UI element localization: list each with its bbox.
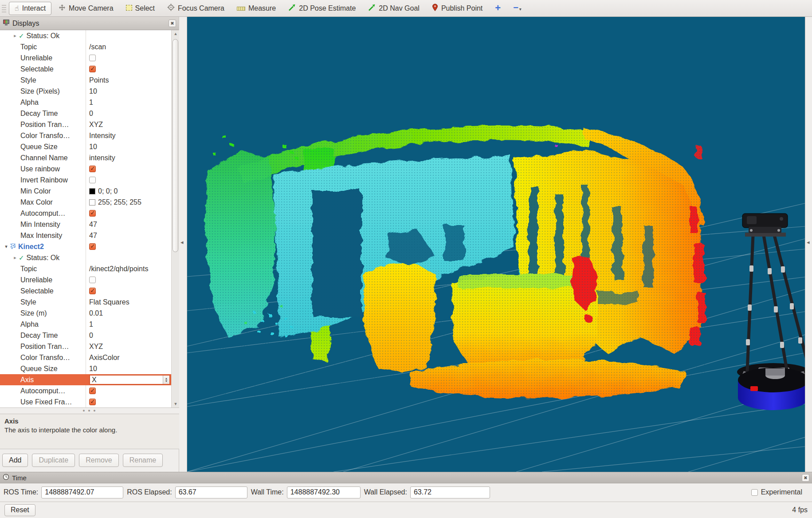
prop-value-cell[interactable]: 1 xyxy=(86,319,171,330)
checkbox-checked[interactable] xyxy=(89,288,96,294)
prop-value-cell[interactable]: Points xyxy=(86,75,171,86)
prop-row-queue-size[interactable]: Queue Size10 xyxy=(0,141,171,152)
checkbox-unchecked[interactable] xyxy=(89,177,96,183)
add-button[interactable]: Add xyxy=(2,454,28,467)
prop-row-alpha[interactable]: Alpha1 xyxy=(0,97,171,108)
prop-value-cell[interactable] xyxy=(86,163,171,174)
prop-row-min-color[interactable]: Min Color0; 0; 0 xyxy=(0,186,171,197)
reset-button[interactable]: Reset xyxy=(4,504,35,516)
prop-value-cell[interactable] xyxy=(86,385,171,396)
prop-row-selectable[interactable]: Selectable xyxy=(0,285,171,297)
collapse-right-icon[interactable]: ◂ xyxy=(807,239,810,245)
prop-row-status-ok[interactable]: ▸✓Status: Ok xyxy=(0,30,171,41)
checkbox-checked[interactable] xyxy=(89,210,96,217)
prop-value-cell[interactable]: 0 xyxy=(86,108,171,119)
prop-value-cell[interactable] xyxy=(86,208,171,219)
checkbox-checked[interactable] xyxy=(89,388,96,394)
prop-value-cell[interactable]: 47 xyxy=(86,219,171,230)
duplicate-button[interactable]: Duplicate xyxy=(32,454,75,467)
toolbar-button-remove-tool[interactable]: −▾ xyxy=(508,2,527,15)
wall-elapsed-input[interactable] xyxy=(410,486,490,498)
prop-row-style[interactable]: StylePoints xyxy=(0,75,171,86)
spinner-arrows-icon[interactable]: ▲▼ xyxy=(163,376,169,384)
prop-row-decay-time[interactable]: Decay Time0 xyxy=(0,108,171,119)
prop-value-cell[interactable]: 255; 255; 255 xyxy=(86,197,171,208)
toolbar-button-2d-nav-goal[interactable]: 2D Nav Goal xyxy=(363,2,425,15)
prop-row-unreliable[interactable]: Unreliable xyxy=(0,274,171,285)
prop-value-cell[interactable]: Intensity xyxy=(86,130,171,141)
toolbar-grip[interactable] xyxy=(2,4,6,13)
prop-value-cell[interactable] xyxy=(86,285,171,297)
prop-row-alpha[interactable]: Alpha1 xyxy=(0,319,171,330)
prop-row-status-ok[interactable]: ▸✓Status: Ok xyxy=(0,252,171,263)
property-tree-scrollbar[interactable]: ▲ ▼ xyxy=(171,30,179,407)
prop-value-cell[interactable]: intensity xyxy=(86,152,171,163)
prop-row-size-pixels[interactable]: Size (Pixels)10 xyxy=(0,86,171,97)
checkbox-checked[interactable] xyxy=(89,166,96,172)
prop-row-topic[interactable]: Topic/scan xyxy=(0,41,171,52)
experimental-option[interactable]: Experimental xyxy=(751,488,802,496)
prop-value-cell[interactable] xyxy=(86,174,171,186)
prop-row-position-tran[interactable]: Position Tran…XYZ xyxy=(0,119,171,130)
prop-row-position-tran[interactable]: Position Tran…XYZ xyxy=(0,341,171,352)
remove-button[interactable]: Remove xyxy=(79,454,119,467)
prop-row-unreliable[interactable]: Unreliable xyxy=(0,52,171,63)
rename-button[interactable]: Rename xyxy=(123,454,163,467)
toolbar-button-interact[interactable]: ☝Interact xyxy=(9,2,51,15)
axis-combo[interactable]: X▲▼ xyxy=(89,375,170,385)
toolbar-button-publish-point[interactable]: Publish Point xyxy=(427,2,488,15)
prop-row-kinect2[interactable]: ▾Kinect2 xyxy=(0,241,171,252)
prop-row-size-m[interactable]: Size (m)0.01 xyxy=(0,308,171,319)
checkbox-unchecked[interactable] xyxy=(89,55,96,61)
time-close-icon[interactable]: ✖ xyxy=(802,474,809,482)
left-dock-separator[interactable]: ◂ xyxy=(179,17,187,472)
prop-row-queue-size[interactable]: Queue Size10 xyxy=(0,363,171,374)
prop-value-cell[interactable]: Flat Squares xyxy=(86,297,171,308)
prop-row-color-transfo[interactable]: Color Transfo…Intensity xyxy=(0,130,171,141)
prop-row-decay-time[interactable]: Decay Time0 xyxy=(0,330,171,341)
prop-value-cell[interactable]: X▲▼ xyxy=(86,374,171,385)
toolbar-button-add-tool[interactable]: + xyxy=(490,2,506,15)
color-swatch[interactable] xyxy=(89,188,95,194)
prop-row-axis[interactable]: AxisX▲▼ xyxy=(0,374,171,385)
expand-icon[interactable]: ▸ xyxy=(12,33,19,39)
prop-row-use-fixed-fra[interactable]: Use Fixed Fra… xyxy=(0,396,171,407)
toolbar-button-focus-camera[interactable]: Focus Camera xyxy=(162,2,230,15)
prop-value-cell[interactable]: 1 xyxy=(86,97,171,108)
toolbar-button-measure[interactable]: Measure xyxy=(231,2,281,15)
checkbox-checked[interactable] xyxy=(89,243,96,250)
collapse-left-icon[interactable]: ◂ xyxy=(180,239,184,245)
expand-icon[interactable]: ▸ xyxy=(12,255,19,261)
prop-row-autocomput[interactable]: Autocomput… xyxy=(0,208,171,219)
checkbox-checked[interactable] xyxy=(89,399,96,405)
prop-value-cell[interactable]: 0 xyxy=(86,330,171,341)
prop-row-style[interactable]: StyleFlat Squares xyxy=(0,297,171,308)
right-dock-separator[interactable]: ◂ xyxy=(805,17,812,472)
tree-help-splitter[interactable]: ● ● ● xyxy=(0,407,179,414)
prop-value-cell[interactable]: 0.01 xyxy=(86,308,171,319)
prop-row-invert-rainbow[interactable]: Invert Rainbow xyxy=(0,174,171,186)
prop-row-max-intensity[interactable]: Max Intensity47 xyxy=(0,230,171,241)
prop-value-cell[interactable]: /kinect2/qhd/points xyxy=(86,263,171,274)
scrollbar-thumb[interactable] xyxy=(173,39,178,252)
experimental-checkbox[interactable] xyxy=(751,489,758,496)
prop-row-channel-name[interactable]: Channel Nameintensity xyxy=(0,152,171,163)
toolbar-button-select[interactable]: Select xyxy=(121,2,160,15)
prop-value-cell[interactable]: 10 xyxy=(86,363,171,374)
prop-value-cell[interactable] xyxy=(86,274,171,285)
prop-row-use-rainbow[interactable]: Use rainbow xyxy=(0,163,171,174)
prop-value-cell[interactable]: /scan xyxy=(86,41,171,52)
scroll-up-icon[interactable]: ▲ xyxy=(172,30,180,37)
wall-time-input[interactable] xyxy=(287,486,361,498)
prop-value-cell[interactable] xyxy=(86,52,171,63)
ros-time-input[interactable] xyxy=(41,486,123,498)
prop-value-cell[interactable] xyxy=(86,63,171,75)
prop-value-cell[interactable]: 10 xyxy=(86,141,171,152)
prop-value-cell[interactable]: AxisColor xyxy=(86,352,171,363)
prop-value-cell[interactable]: 47 xyxy=(86,230,171,241)
prop-value-cell[interactable]: XYZ xyxy=(86,119,171,130)
checkbox-checked[interactable] xyxy=(89,66,96,72)
prop-row-selectable[interactable]: Selectable xyxy=(0,63,171,75)
displays-close-icon[interactable]: ✖ xyxy=(169,20,176,27)
checkbox-unchecked[interactable] xyxy=(89,277,96,283)
